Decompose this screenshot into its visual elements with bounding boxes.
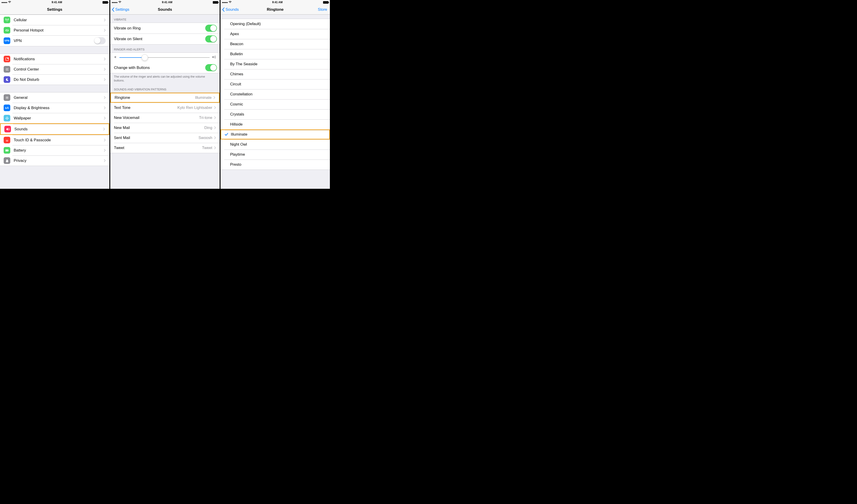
settings-row-wallpaper[interactable]: Wallpaper (0, 113, 110, 123)
aa-icon: AA (4, 104, 10, 111)
chevron-left-icon (222, 7, 225, 12)
cell-label: Privacy (14, 158, 104, 163)
cell-label: Display & Brightness (14, 106, 104, 110)
svg-point-6 (7, 69, 8, 70)
settings-row-display[interactable]: AADisplay & Brightness (0, 103, 110, 113)
ringtone-label: By The Seaside (230, 62, 326, 66)
ringtone-row[interactable]: Bulletin (220, 49, 330, 59)
settings-row-control-center[interactable]: Control Center (0, 64, 110, 74)
cell-label: Sent Mail (114, 136, 199, 140)
cell-label: Control Center (14, 67, 104, 72)
cell-label: New Voicemail (114, 116, 199, 120)
volume-slider-row (110, 53, 220, 62)
cell-value: Kylo Ren Lightsaber (178, 105, 212, 110)
sound-row-texttone[interactable]: Text ToneKylo Ren Lightsaber (110, 103, 220, 113)
ringtone-label: Hillside (230, 122, 326, 127)
cell-label: Notifications (14, 57, 104, 62)
nav-bar: Sounds Ringtone Store (220, 4, 330, 15)
ringtone-label: Bulletin (230, 52, 326, 56)
settings-row-privacy[interactable]: Privacy (0, 155, 110, 166)
section-header-ringer: RINGER AND ALERTS (110, 45, 220, 52)
ringtone-label: Constellation (230, 92, 326, 97)
back-button[interactable]: Sounds (222, 7, 239, 12)
settings-row-general[interactable]: General (0, 93, 110, 103)
ringtone-row[interactable]: Apex (220, 29, 330, 39)
vibrate-ring-switch[interactable] (205, 24, 217, 32)
ringtone-row[interactable]: Chimes (220, 69, 330, 79)
svg-point-3 (7, 57, 9, 59)
vibrate-on-silent-row[interactable]: Vibrate on Silent (110, 34, 220, 44)
cell-label: New Mail (114, 125, 204, 130)
settings-row-touchid[interactable]: Touch ID & Passcode (0, 135, 110, 145)
link-icon (4, 27, 10, 34)
ringtone-row[interactable]: Cosmic (220, 99, 330, 110)
cell-label: Tweet (114, 146, 202, 150)
sound-row-newmail[interactable]: New MailDing (110, 123, 220, 133)
ringtone-row[interactable]: Crystals (220, 110, 330, 119)
change-with-buttons-row[interactable]: Change with Buttons (110, 62, 220, 73)
chevron-right-icon (214, 126, 216, 129)
ringtone-row[interactable]: Opening (Default) (220, 19, 330, 29)
sound-row-tweet[interactable]: TweetTweet (110, 143, 220, 153)
ringtone-row[interactable]: Illuminate (220, 130, 330, 139)
vibrate-silent-switch[interactable] (205, 35, 217, 43)
ringtone-row[interactable]: By The Seaside (220, 59, 330, 69)
ringtone-row[interactable]: Hillside (220, 119, 330, 130)
battery-icon (213, 1, 218, 4)
ringtone-label: Illuminate (231, 132, 325, 137)
settings-row-vpn[interactable]: VPNVPN (0, 35, 110, 46)
chevron-right-icon (214, 116, 216, 119)
ringtone-label: Crystals (230, 112, 326, 117)
chevron-right-icon (214, 106, 216, 109)
settings-row-dnd[interactable]: Do Not Disturb (0, 74, 110, 85)
chevron-right-icon (104, 96, 106, 99)
checkmark-icon (223, 133, 230, 136)
cell-label: Do Not Disturb (14, 78, 104, 82)
moon-icon (4, 76, 10, 83)
battery-icon (323, 1, 329, 4)
back-button[interactable]: Settings (112, 7, 129, 12)
sound-row-voicemail[interactable]: New VoicemailTri-tone (110, 113, 220, 123)
ringtone-row[interactable]: Presto (220, 159, 330, 170)
volume-low-icon (114, 55, 117, 60)
settings-row-notifications[interactable]: Notifications (0, 54, 110, 64)
sound-row-ringtone[interactable]: RingtoneIlluminate (110, 93, 220, 103)
chevron-right-icon (104, 78, 106, 81)
svg-point-14 (5, 118, 6, 119)
ringtone-row[interactable]: Playtime (220, 150, 330, 159)
cell-label: General (14, 96, 104, 100)
change-buttons-switch[interactable] (205, 64, 217, 71)
ringtone-label: Playtime (230, 152, 326, 157)
chevron-right-icon (104, 29, 106, 32)
ringtone-label: Apex (230, 32, 326, 36)
settings-row-hotspot[interactable]: Personal Hotspot (0, 25, 110, 35)
wifi-icon (8, 1, 11, 4)
volume-slider[interactable] (119, 57, 209, 58)
svg-point-11 (6, 118, 7, 119)
cell-value: Illuminate (195, 96, 212, 100)
finger-icon (4, 137, 10, 144)
vibrate-on-ring-row[interactable]: Vibrate on Ring (110, 23, 220, 34)
chevron-right-icon (104, 117, 106, 120)
settings-row-cellular[interactable]: Cellular (0, 15, 110, 25)
sound-row-sentmail[interactable]: Sent MailSwoosh (110, 133, 220, 143)
wifi-icon (229, 1, 232, 4)
store-button[interactable]: Store (318, 7, 327, 12)
ringtone-row[interactable]: Night Owl (220, 139, 330, 150)
chevron-right-icon (103, 128, 105, 131)
chevron-right-icon (104, 18, 106, 21)
status-bar: ●●●●● 9:41 AM (0, 0, 110, 4)
ringtone-row[interactable]: Constellation (220, 89, 330, 99)
cell-value: Ding (204, 125, 212, 130)
notif-icon (4, 56, 10, 62)
svg-rect-17 (6, 150, 8, 151)
ringtone-row[interactable]: Circuit (220, 79, 330, 89)
chevron-right-icon (214, 96, 215, 99)
ringtone-row[interactable]: Beacon (220, 39, 330, 49)
settings-row-battery[interactable]: Battery (0, 145, 110, 155)
signal-dots-icon: ●●●●● (222, 1, 228, 4)
cell-value: Tri-tone (199, 116, 212, 120)
settings-row-sounds[interactable]: Sounds (0, 123, 110, 135)
vpn-switch[interactable] (94, 37, 106, 44)
page-title: Settings (47, 7, 62, 12)
